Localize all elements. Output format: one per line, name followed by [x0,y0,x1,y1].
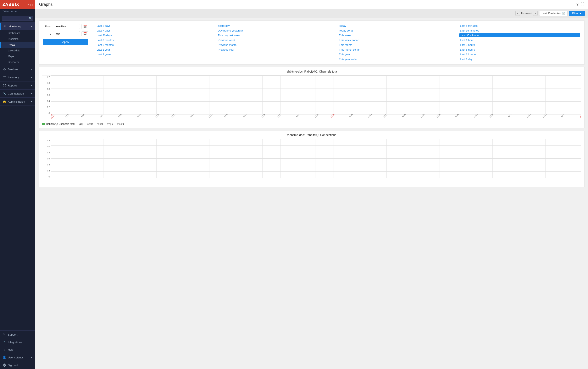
nav-administration-section: 🔒 Administration ▼ [0,98,35,106]
ql-today[interactable]: Today [338,24,459,28]
to-input[interactable] [53,31,80,36]
sidebar-item-inventory[interactable]: ☰ Inventory ▼ [0,73,35,81]
y-label: 0.2 [42,169,50,172]
ql-this-month-so-far[interactable]: This month so far [338,48,459,52]
x-label-start: 09-2213:44 [51,114,55,119]
from-input[interactable] [53,24,80,29]
sidebar-item-label: User settings [8,356,24,359]
sidebar-item-monitoring[interactable]: 👁 Monitoring ▲ [0,23,35,30]
sidebar-item-latest-data[interactable]: Latest data [0,48,35,53]
graph-title-1: rabbitmq-doc: RabbitMQ: Channels total [42,70,581,73]
ql-this-year-so-far[interactable]: This year so far [338,57,459,61]
logo-icons: « ◻ [27,3,33,6]
sidebar-item-label: Reports [8,84,17,87]
ql-today-so-far[interactable]: Today so far [338,29,459,32]
ql-last-1-day[interactable]: Last 1 day [459,57,580,61]
ql-last-6-hours[interactable]: Last 6 hours [459,48,580,52]
configuration-icon: 🔧 [2,92,6,95]
ql-this-week-so-far[interactable]: This week so far [338,38,459,42]
ql-last-2-years[interactable]: Last 2 years [96,52,217,56]
sidebar-item-user-settings[interactable]: 👤 User settings ▼ [0,353,35,361]
ql-last-1-year[interactable]: Last 1 year [96,48,217,52]
sidebar-search: 🔍 [0,14,35,23]
ql-last-3-months[interactable]: Last 3 months [96,38,217,42]
search-input[interactable] [2,16,33,21]
ql-last-3-hours[interactable]: Last 3 hours [459,43,580,47]
x-label: 13:51 [171,114,176,118]
to-calendar-button[interactable]: 📅 [82,31,88,36]
ql-this-week[interactable]: This week [338,33,459,37]
ql-this-month[interactable]: This month [338,43,459,47]
help-header-icon[interactable]: ? [576,2,578,7]
ql-previous-month[interactable]: Previous month [217,43,338,47]
ql-last-30-minutes[interactable]: Last 30 minutes [459,33,580,37]
y-label: 0 [42,175,50,178]
expand-icon[interactable]: ◻ [30,3,33,6]
ql-last-12-hours[interactable]: Last 12 hours [459,52,580,56]
ql-previous-week[interactable]: Previous week [217,38,338,42]
ql-yesterday[interactable]: Yesterday [217,24,338,28]
ql-last-30-days[interactable]: Last 30 days [96,33,217,37]
sidebar-item-sign-out[interactable]: ⏻ Sign out [0,361,35,369]
ql-empty-1 [217,52,338,56]
ql-last-2-days[interactable]: Last 2 days [96,24,217,28]
x-label: 13:54 [224,114,229,118]
x-label: 14:05 [420,114,425,118]
quick-links: Last 2 days Yesterday Today Last 5 minut… [96,24,580,61]
filter-panel: From 📅 To 📅 Apply Last 2 days Yesterday … [39,20,585,65]
sidebar-item-maps[interactable]: Maps [0,53,35,59]
collapse-icon[interactable]: « [27,3,29,6]
sidebar-item-reports[interactable]: ☷ Reports ▼ [0,82,35,89]
sidebar-item-support[interactable]: ✎ Support [0,331,35,338]
y-label: 0 [42,112,50,114]
help-icon: ? [2,348,6,351]
ql-previous-year[interactable]: Previous year [217,48,338,52]
graph-content-2 [51,139,581,178]
y-label: 0.6 [42,94,50,96]
time-label: Last 30 minutes [542,12,561,15]
sidebar-item-dashboard[interactable]: Dashboard [0,30,35,36]
ql-last-15-minutes[interactable]: Last 15 minutes [459,29,580,32]
nav-monitoring-section: 👁 Monitoring ▲ Dashboard Problems Hosts … [0,23,35,65]
graph-panel-2: rabbitmq-doc: RabbitMQ: Connections 1.2 … [39,131,585,187]
sidebar-item-problems[interactable]: Problems [0,36,35,42]
next-button[interactable]: › [533,11,538,16]
filter-button[interactable]: Filter ▼ [569,11,585,16]
sidebar-item-administration[interactable]: 🔒 Administration ▼ [0,98,35,105]
sidebar-item-hosts[interactable]: Hosts [0,42,35,48]
ql-day-before-yesterday[interactable]: Day before yesterday [217,29,338,32]
x-label: 14:13 [561,114,566,118]
time-display: Last 30 minutes 🕐 [539,11,567,16]
y-label: 0.6 [42,157,50,160]
fullscreen-icon[interactable]: ⛶ [580,2,584,7]
ql-last-6-months[interactable]: Last 6 months [96,43,217,47]
sidebar-item-label: Inventory [8,76,19,79]
main-content: Graphs ? ⛶ ‹ Zoom out › Last 30 minutes … [35,0,588,369]
filter-icon: ▼ [579,12,582,15]
to-label: To [43,32,51,35]
sidebar-item-help[interactable]: ? Help [0,346,35,353]
sidebar-logo: ZABBIX « ◻ [0,0,35,9]
ql-last-7-days[interactable]: Last 7 days [96,29,217,32]
legend-color-box: RabbitMQ: Channels total [42,123,74,125]
ql-last-1-hour[interactable]: Last 1 hour [459,38,580,42]
legend-stat-last: last0 [87,123,93,125]
apply-button[interactable]: Apply [43,39,88,45]
legend-stat-max: max0 [117,123,124,125]
sidebar-item-integrations[interactable]: Z Integrations [0,338,35,346]
graph-yaxis-1: 1.2 1.0 0.8 0.6 0.4 0.2 0 [42,75,51,114]
sidebar-item-configuration[interactable]: 🔧 Configuration ▼ [0,90,35,97]
sidebar-item-discovery[interactable]: Discovery [0,59,35,65]
ql-last-5-minutes[interactable]: Last 5 minutes [459,24,580,28]
sidebar-item-services[interactable]: ⚙ Services ▼ [0,65,35,73]
sidebar-bottom: ✎ Support Z Integrations ? Help 👤 User s… [0,330,35,369]
from-calendar-button[interactable]: 📅 [82,24,88,29]
graph-grid-1 [51,75,581,114]
x-label: 14:02 [367,114,372,118]
x-label: 13:59 [314,114,319,118]
x-labels-2 [51,178,581,184]
prev-button[interactable]: ‹ [515,11,520,16]
y-label: 1.2 [42,76,50,78]
ql-this-year[interactable]: This year [338,52,459,56]
ql-this-day-last-week[interactable]: This day last week [217,33,338,37]
